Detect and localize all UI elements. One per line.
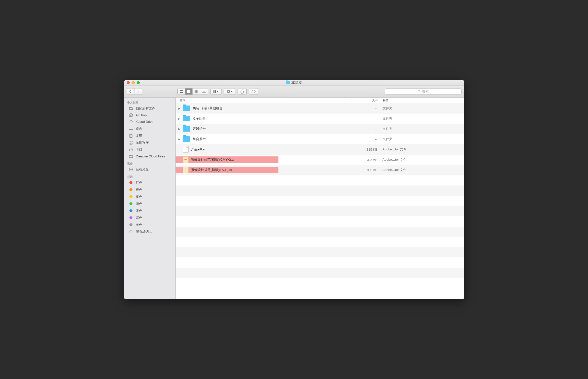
disclosure-triangle-icon[interactable]: ▶ [178,117,181,120]
svg-rect-12 [202,93,206,93]
file-name: 产品ai8.ai [191,147,205,152]
sidebar-item-label: Creative Cloud Files [136,154,165,158]
sidebar-item-favorite[interactable]: iCloud Drive [124,119,175,125]
disclosure-triangle-icon[interactable]: ▶ [178,107,181,110]
folder-icon [183,106,190,111]
list-view-button[interactable] [185,88,193,94]
window-controls [124,81,140,84]
file-row[interactable]: 蜜蜂设计规范(初版)(CMYK).ai3.9 MBAdobe…tor 文件 [176,155,464,165]
cell-kind: 文件夹 [380,106,413,111]
sidebar-item-tag[interactable]: 红色 [124,179,175,186]
cell-size: 315 KB [355,148,380,151]
sidebar-item-label: 所有标记… [136,230,152,234]
svg-rect-15 [213,91,214,92]
sidebar-item-favorite[interactable]: 应用程序 [124,139,175,146]
disclosure-triangle-icon[interactable]: ▶ [178,138,181,141]
folder-icon [286,81,290,84]
toolbar: 搜索 [124,86,464,98]
sidebar-item-favorite[interactable]: 我的所有文件 [124,105,175,112]
sidebar-item-favorite[interactable]: Creative Cloud Files [124,153,175,160]
cell-kind: 文件夹 [380,116,413,121]
tags-button-group [249,88,258,95]
nav-buttons [127,88,142,95]
sidebar-item-label: 绿色 [136,202,142,206]
svg-rect-5 [187,91,190,92]
file-name: 袋装+卡装+其他组合 [193,106,223,111]
zoom-window-button[interactable] [137,81,140,84]
sidebar-item-tag[interactable]: 橙色 [124,186,175,193]
empty-row [176,247,464,257]
sidebar-item-device[interactable]: 远程光盘 [124,166,175,173]
column-header: 名称 ˆ 大小 种类 [176,98,464,103]
icloud-icon [129,120,133,124]
svg-point-42 [129,168,132,171]
cell-name: ▶容器组合 [176,126,355,132]
svg-rect-11 [202,92,206,92]
empty-row [176,216,464,227]
folder-icon [129,154,133,158]
sidebar-item-label: 我的所有文件 [136,106,155,111]
arrange-button[interactable] [211,88,221,94]
column-name-header[interactable]: 名称 ˆ [176,99,355,102]
action-button[interactable] [224,88,235,94]
sidebar-item-favorite[interactable]: 文稿 [124,132,175,139]
sidebar-item-tag[interactable]: 所有标记… [124,228,175,235]
svg-rect-1 [181,90,183,91]
share-button[interactable] [238,88,246,94]
sidebar-item-favorite[interactable]: 下载 [124,146,175,153]
sidebar-item-label: 桌面 [136,126,142,131]
column-size-header[interactable]: 大小 [355,98,380,103]
cell-name: 产品ai8.ai [176,146,355,153]
sidebar-item-tag[interactable]: 蓝色 [124,207,175,214]
sidebar-item-label: 应用程序 [136,140,149,145]
cell-size: -- [355,117,380,121]
sidebar-item-label: 黄色 [136,195,142,199]
coverflow-view-button[interactable] [200,88,208,94]
sidebar-item-tag[interactable]: 绿色 [124,200,175,207]
file-name: 容器组合 [193,127,206,131]
column-view-button[interactable] [193,88,200,94]
sidebar-item-label: 紫色 [136,216,142,220]
icon-view-button[interactable] [178,88,185,94]
svg-line-27 [229,90,230,91]
sidebar-item-tag[interactable]: 紫色 [124,214,175,221]
svg-rect-7 [194,90,195,93]
file-row[interactable]: ▶组合展示--文件夹 [176,134,464,144]
sidebar-item-favorite[interactable]: 桌面 [124,125,175,132]
svg-rect-17 [213,92,214,93]
sidebar-item-tag[interactable]: 灰色 [124,221,175,228]
finder-window: 3D建模 [124,80,464,299]
file-row[interactable]: ▶袋装+卡装+其他组合--文件夹 [176,103,464,114]
svg-rect-4 [187,90,190,91]
file-list: 名称 ˆ 大小 种类 ▶袋装+卡装+其他组合--文件夹▶盒子组合--文件夹▶容器… [176,98,464,299]
document-icon [183,146,189,153]
svg-rect-10 [203,90,205,92]
column-extra-header[interactable] [413,98,464,103]
tag-color-icon [129,223,133,227]
svg-point-31 [418,90,420,92]
minimize-window-button[interactable] [132,81,135,84]
tag-color-icon [129,195,133,199]
empty-row [176,257,464,268]
close-window-button[interactable] [127,81,130,84]
sidebar-item-favorite[interactable]: AirDrop [124,112,175,119]
file-row[interactable]: ▶盒子组合--文件夹 [176,114,464,124]
file-row[interactable]: 产品ai8.ai315 KBAdobe…tor 文件 [176,144,464,155]
column-kind-header[interactable]: 种类 [380,98,413,103]
disclosure-triangle-icon[interactable]: ▶ [178,128,181,130]
file-name: 组合展示 [193,137,206,141]
file-row[interactable]: ▶容器组合--文件夹 [176,124,464,134]
sidebar-favorites-header: 个人收藏 [124,99,175,105]
all-files-icon [129,107,133,111]
arrange-button-group [210,88,222,95]
tags-button[interactable] [249,88,258,94]
sidebar-tags-header: 标记 [124,173,175,179]
back-button[interactable] [127,88,134,94]
cell-size: -- [355,107,380,110]
search-field[interactable]: 搜索 [385,88,462,94]
file-row[interactable]: 蜜蜂设计规范(初版)(RGB).ai3.1 MBAdobe…tor 文件 [176,165,464,175]
forward-button[interactable] [134,88,142,94]
sidebar-item-label: 橙色 [136,187,142,192]
sidebar-item-tag[interactable]: 黄色 [124,193,175,200]
search-icon [418,90,421,93]
